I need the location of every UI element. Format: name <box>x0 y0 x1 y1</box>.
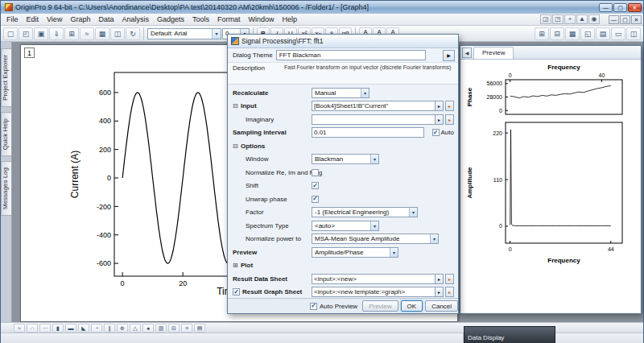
extract-layer-icon[interactable]: ⊟ <box>550 27 564 40</box>
new-workbook-icon[interactable]: ⊞ <box>64 27 79 40</box>
template-library-icon[interactable]: ▤ <box>194 324 205 333</box>
refresh-icon[interactable]: ↻ <box>126 27 140 40</box>
box-chart-icon[interactable]: ⊟ <box>168 324 180 333</box>
stack-plot-icon[interactable]: ≡ <box>181 324 192 333</box>
histogram-icon[interactable]: ▥ <box>155 324 167 333</box>
collapse-options-icon[interactable]: ⊟ <box>233 143 241 150</box>
open-project-icon[interactable]: ◰ <box>19 27 33 40</box>
copy-window-icon[interactable]: ◫ <box>110 27 125 40</box>
child-restore-button[interactable]: ▢ <box>620 15 630 24</box>
line-plot-icon[interactable]: ≈ <box>14 324 25 333</box>
maximize-button[interactable]: ▢ <box>613 3 627 12</box>
add-layer-icon[interactable]: ⊞ <box>535 27 549 40</box>
result-graph-flyout-icon[interactable]: ▸ <box>445 287 454 297</box>
recalculate-select[interactable]: Manual▾ <box>312 88 369 98</box>
bar-chart-icon[interactable]: ▬ <box>65 324 76 333</box>
result-data-flyout-icon[interactable]: ▸ <box>445 274 454 284</box>
merge-graphs-icon[interactable]: ▦ <box>565 27 580 40</box>
duplicate-window-icon[interactable]: ◫ <box>626 27 641 40</box>
auto-checkbox[interactable] <box>432 129 440 136</box>
data-display-window[interactable]: Data Display <box>464 326 555 343</box>
collapse-preview-icon[interactable]: ◀ <box>462 48 472 58</box>
fft-dialog-titlebar[interactable]: Signal Processing\FFT: fft1 <box>228 35 458 48</box>
menu-file[interactable]: File <box>2 14 23 24</box>
ternary-plot-icon[interactable]: △ <box>130 324 141 333</box>
new-graph-icon[interactable]: ≈ <box>80 27 94 40</box>
collapse-input-icon[interactable]: ⊟ <box>233 102 241 110</box>
factor-select[interactable]: -1 (Electrical Engineering)▾ <box>312 207 418 217</box>
auto-preview-checkbox[interactable] <box>310 303 317 310</box>
imaginary-field[interactable] <box>312 114 439 125</box>
project-explorer-tab[interactable]: Project Explorer <box>1 48 11 107</box>
menu-edit[interactable]: Edit <box>23 14 43 24</box>
line-symbol-plot-icon[interactable]: ⋯ <box>39 324 51 333</box>
cancel-button[interactable]: Cancel <box>425 300 458 312</box>
shift-checkbox[interactable] <box>312 182 319 189</box>
area-chart-icon[interactable]: ◣ <box>78 324 89 333</box>
menu-help[interactable]: Help <box>279 14 302 24</box>
rescale-axes-icon[interactable]: ◱ <box>580 27 595 40</box>
child-minimize-button[interactable]: — <box>609 15 619 24</box>
screen-reader-icon[interactable]: ◉ <box>588 14 600 24</box>
result-data-sheet-field[interactable]: <input>:<new> <box>312 274 439 284</box>
input-field[interactable]: [Book4]Sheet1!B"Current" <box>312 101 439 111</box>
menu-analysis[interactable]: Analysis <box>118 14 153 24</box>
layer-contents-icon[interactable]: ▤ <box>596 27 610 40</box>
bubble-plot-icon[interactable]: ● <box>142 324 154 333</box>
new-matrix-icon[interactable]: ▦ <box>95 27 109 40</box>
dialog-icon <box>231 37 239 45</box>
result-data-browse-icon[interactable]: ▸ <box>435 274 444 284</box>
menu-tools[interactable]: Tools <box>188 14 213 24</box>
quick-help-tab[interactable]: Quick Help <box>1 112 11 156</box>
zoom-in-icon[interactable]: ◲ <box>540 14 551 24</box>
pan-icon[interactable]: + <box>564 14 576 24</box>
result-graph-checkbox[interactable] <box>233 288 240 295</box>
new-project-icon[interactable]: ▢ <box>3 27 18 40</box>
menu-data[interactable]: Data <box>94 14 118 24</box>
ok-button[interactable]: OK <box>401 300 423 312</box>
chevron-down-icon: ▾ <box>370 221 378 230</box>
fit-page-icon[interactable]: ▭ <box>611 27 625 40</box>
dialog-theme-value[interactable]: FFT Blackman <box>276 50 426 60</box>
preview-select[interactable]: Amplitude/Phase▾ <box>312 247 398 258</box>
theme-flyout-icon[interactable]: ▶ <box>443 50 455 61</box>
layer-1-badge[interactable]: 1 <box>24 48 35 58</box>
imaginary-flyout-icon[interactable]: ▸ <box>445 114 454 125</box>
menu-format[interactable]: Format <box>213 14 245 24</box>
messages-log-tab[interactable]: Messages Log <box>1 161 11 216</box>
window-select[interactable]: Blackman▾ <box>312 154 379 164</box>
unwrap-phase-checkbox[interactable] <box>312 196 319 203</box>
polar-plot-icon[interactable]: ⊕ <box>117 324 128 333</box>
spectrum-type-select[interactable]: <auto>▾ <box>312 221 379 231</box>
preview-row: Preview Amplitude/Phase▾ <box>228 246 458 259</box>
auto-label: Auto <box>441 129 454 136</box>
expand-plot-icon[interactable]: ⊞ <box>233 262 241 269</box>
column-chart-icon[interactable]: ▮ <box>52 324 64 333</box>
result-data-sheet-label: Result Data Sheet <box>233 275 287 283</box>
input-flyout-icon[interactable]: ▸ <box>445 101 454 111</box>
preview-button[interactable]: Preview <box>362 300 398 312</box>
scatter-plot-icon[interactable]: ∴ <box>27 324 38 333</box>
close-button[interactable]: ✕ <box>628 3 642 12</box>
menu-window[interactable]: Window <box>245 14 279 24</box>
sampling-interval-field[interactable]: 0.01 <box>312 127 424 138</box>
save-project-icon[interactable]: ▣ <box>34 27 48 40</box>
normalize-checkbox[interactable] <box>312 169 319 176</box>
result-graph-sheet-field[interactable]: <input>:<new template:=graph> <box>312 287 439 297</box>
import-data-icon[interactable]: ⇓ <box>49 27 64 40</box>
result-graph-browse-icon[interactable]: ▸ <box>435 287 444 297</box>
pie-chart-icon[interactable]: ◔ <box>91 324 102 333</box>
zoom-out-icon[interactable]: ◳ <box>552 14 564 24</box>
child-close-button[interactable]: ✕ <box>631 15 642 24</box>
double-y-plot-icon[interactable]: ∥ <box>104 324 115 333</box>
menu-graph[interactable]: Graph <box>66 14 94 24</box>
input-browse-icon[interactable]: ▸ <box>435 101 444 111</box>
preview-tab[interactable]: Preview <box>473 47 514 59</box>
menu-view[interactable]: View <box>43 14 66 24</box>
imaginary-browse-icon[interactable]: ▸ <box>435 114 444 125</box>
menu-gadgets[interactable]: Gadgets <box>153 14 188 24</box>
font-select[interactable]: Default: Arial ▾ <box>147 28 221 39</box>
pointer-icon[interactable]: ▲ <box>576 14 588 24</box>
normalize-power-select[interactable]: MSA-Mean Square Amplitude▾ <box>312 233 439 244</box>
minimize-button[interactable]: — <box>599 3 613 12</box>
